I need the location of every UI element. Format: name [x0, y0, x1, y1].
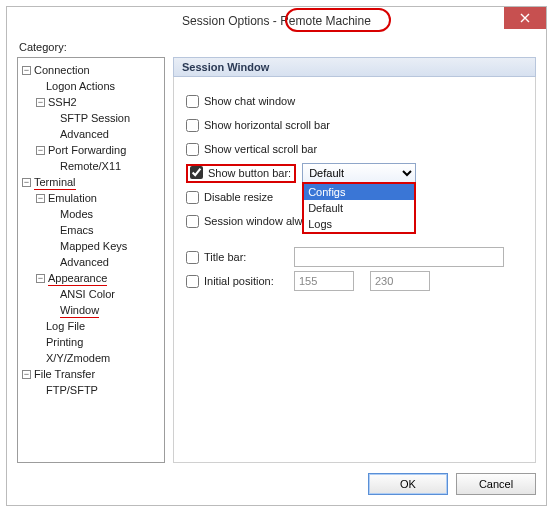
- chk-disable-resize[interactable]: [186, 191, 199, 204]
- tree-ftp-sftp[interactable]: FTP/SFTP: [46, 384, 98, 396]
- category-tree[interactable]: −Connection Logon Actions −SSH2 SFTP Ses…: [17, 57, 165, 463]
- lbl-buttonbar: Show button bar:: [208, 167, 291, 179]
- chk-initpos[interactable]: [186, 275, 199, 288]
- tree-log-file[interactable]: Log File: [46, 320, 85, 332]
- tree-sftp-session[interactable]: SFTP Session: [60, 112, 130, 124]
- chk-hscroll[interactable]: [186, 119, 199, 132]
- lbl-titlebar: Title bar:: [204, 251, 294, 263]
- buttonbar-dropdown[interactable]: Configs Default Logs: [302, 182, 416, 234]
- collapse-icon[interactable]: −: [22, 178, 31, 187]
- dialog-window: Session Options - Remote Machine Categor…: [6, 6, 547, 506]
- lbl-hscroll: Show horizontal scroll bar: [204, 119, 330, 131]
- tree-terminal[interactable]: Terminal: [34, 176, 76, 190]
- tree-port-forwarding[interactable]: Port Forwarding: [48, 144, 126, 156]
- title-bar: Session Options - Remote Machine: [7, 7, 546, 35]
- collapse-icon[interactable]: −: [36, 194, 45, 203]
- tree-connection[interactable]: Connection: [34, 64, 90, 76]
- tree-ssh2[interactable]: SSH2: [48, 96, 77, 108]
- ok-button[interactable]: OK: [368, 473, 448, 495]
- lbl-initpos: Initial position:: [204, 275, 294, 287]
- tree-emulation[interactable]: Emulation: [48, 192, 97, 204]
- buttonbar-select[interactable]: Default: [302, 163, 416, 183]
- collapse-icon[interactable]: −: [22, 370, 31, 379]
- dropdown-opt-default[interactable]: Default: [304, 200, 414, 216]
- lbl-disable-resize: Disable resize: [204, 191, 273, 203]
- tree-xyzmodem[interactable]: X/Y/Zmodem: [46, 352, 110, 364]
- chk-always-on-top[interactable]: [186, 215, 199, 228]
- collapse-icon[interactable]: −: [36, 274, 45, 283]
- panel-title: Session Window: [173, 57, 536, 77]
- collapse-icon[interactable]: −: [36, 146, 45, 155]
- tree-modes[interactable]: Modes: [60, 208, 93, 220]
- lbl-chat: Show chat window: [204, 95, 295, 107]
- annotation-buttonbar-box: Show button bar:: [186, 164, 296, 183]
- tree-mapped-keys[interactable]: Mapped Keys: [60, 240, 127, 252]
- button-bar: OK Cancel: [17, 463, 536, 495]
- cancel-button[interactable]: Cancel: [456, 473, 536, 495]
- chk-vscroll[interactable]: [186, 143, 199, 156]
- lbl-always-on-top: Session window alwa: [204, 215, 309, 227]
- panel-body: Show chat window Show horizontal scroll …: [173, 77, 536, 463]
- tree-printing[interactable]: Printing: [46, 336, 83, 348]
- collapse-icon[interactable]: −: [36, 98, 45, 107]
- chk-titlebar[interactable]: [186, 251, 199, 264]
- tree-ansi-color[interactable]: ANSI Color: [60, 288, 115, 300]
- chk-chat[interactable]: [186, 95, 199, 108]
- dropdown-opt-logs[interactable]: Logs: [304, 216, 414, 232]
- collapse-icon[interactable]: −: [22, 66, 31, 75]
- initpos-y-input[interactable]: [370, 271, 430, 291]
- tree-advanced[interactable]: Advanced: [60, 128, 109, 140]
- chk-buttonbar[interactable]: [190, 166, 203, 179]
- titlebar-input[interactable]: [294, 247, 504, 267]
- category-label: Category:: [19, 41, 536, 53]
- tree-window[interactable]: Window: [60, 304, 99, 318]
- tree-remote-x11[interactable]: Remote/X11: [60, 160, 121, 172]
- close-button[interactable]: [504, 7, 546, 29]
- dropdown-opt-configs[interactable]: Configs: [304, 184, 414, 200]
- tree-emacs[interactable]: Emacs: [60, 224, 94, 236]
- lbl-vscroll: Show vertical scroll bar: [204, 143, 317, 155]
- tree-file-transfer[interactable]: File Transfer: [34, 368, 95, 380]
- tree-advanced2[interactable]: Advanced: [60, 256, 109, 268]
- tree-logon-actions[interactable]: Logon Actions: [46, 80, 115, 92]
- close-icon: [520, 13, 530, 23]
- dialog-title: Session Options - Remote Machine: [182, 14, 371, 28]
- tree-appearance[interactable]: Appearance: [48, 272, 107, 286]
- initpos-x-input[interactable]: [294, 271, 354, 291]
